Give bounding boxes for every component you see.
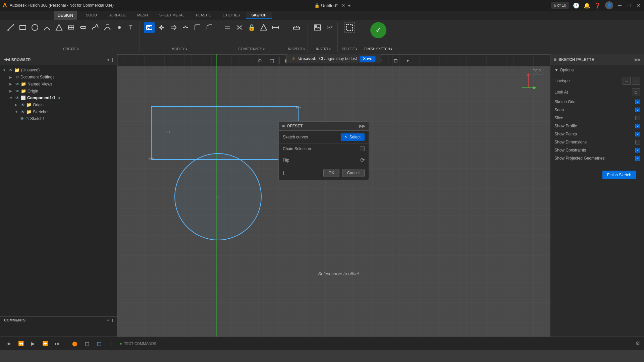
modify-label[interactable]: MODIFY ▾	[172, 47, 187, 51]
extend-tool-icon[interactable]	[168, 22, 179, 33]
break-tool-icon[interactable]	[180, 22, 191, 33]
midpoint-icon[interactable]	[258, 22, 269, 33]
nav-prev-icon[interactable]: ⏪	[16, 339, 25, 348]
create-label[interactable]: CREATE ▾	[63, 47, 79, 51]
bell-icon[interactable]: 🔔	[584, 2, 590, 9]
options-title[interactable]: ▼ Options	[554, 68, 640, 72]
sketches-expand-icon[interactable]: ▼	[15, 110, 19, 114]
record-icon[interactable]: ⬤	[70, 339, 79, 348]
nav-first-icon[interactable]: ⏮	[4, 339, 13, 348]
linetype-solid-icon[interactable]: —	[623, 77, 631, 85]
finish-sketch-icon[interactable]: ✓	[370, 22, 386, 38]
clock-icon[interactable]: 🕐	[573, 2, 580, 9]
tree-component[interactable]: ▼ 👁 ⬜ Component1:1 ●	[0, 95, 117, 101]
nav-play-icon[interactable]: ▶	[28, 339, 38, 348]
tree-named-views[interactable]: ▶ 👁 📁 Named Views	[0, 80, 117, 87]
tab-plastic[interactable]: PLASTIC	[191, 12, 217, 19]
eye-sketches-icon[interactable]: 👁	[21, 110, 25, 114]
tab-surface[interactable]: SURFACE	[103, 12, 131, 19]
tree-origin-top[interactable]: ▶ 👁 📁 Origin	[0, 87, 117, 95]
close-button[interactable]: ✕	[636, 3, 641, 8]
tab-sketch[interactable]: SKETCH	[246, 12, 272, 19]
help-icon[interactable]: ❓	[594, 2, 601, 9]
insert-label[interactable]: INSERT ▾	[316, 47, 331, 51]
point-tool-icon[interactable]	[114, 22, 125, 33]
chamfer-tool-icon[interactable]	[204, 22, 215, 33]
tab-solid[interactable]: SOLID	[80, 12, 102, 19]
constraints-label[interactable]: CONSTRAINTS ▾	[238, 47, 265, 51]
animate-icon[interactable]: ◫	[94, 339, 104, 348]
polygon-tool-icon[interactable]	[54, 22, 64, 33]
measure-icon[interactable]	[291, 22, 302, 33]
save-button[interactable]: Save	[360, 56, 375, 62]
browser-collapse-icon[interactable]: ◀◀	[4, 57, 9, 62]
chain-selection-checkbox[interactable]	[360, 146, 365, 151]
eye-root-icon[interactable]: 👁	[9, 68, 13, 72]
offset-panel-expand-icon[interactable]: ▶▶	[359, 124, 365, 128]
cancel-button[interactable]: Cancel	[342, 169, 365, 177]
ok-button[interactable]: OK	[323, 169, 339, 177]
show-dimensions-checkbox[interactable]	[635, 140, 640, 144]
origin-expand-icon[interactable]: ▶	[9, 89, 14, 93]
insert-dxf-icon[interactable]: DXF	[324, 22, 335, 33]
rect-center-icon[interactable]	[66, 22, 76, 33]
user-avatar[interactable]: 👤	[605, 1, 613, 9]
timeline-icon[interactable]: |	[106, 339, 116, 348]
minimize-button[interactable]: ─	[617, 3, 623, 8]
rectangle-tool-icon[interactable]	[17, 22, 28, 33]
nav-next-icon[interactable]: ⏩	[40, 339, 50, 348]
finish-sketch-label[interactable]: FINISH SKETCH ▾	[364, 47, 392, 51]
spline-tool-icon[interactable]	[90, 22, 101, 33]
nav-last-icon[interactable]: ⏭	[52, 339, 62, 348]
look-at-icon[interactable]: ⊙	[632, 88, 640, 96]
offset-tool-icon[interactable]	[144, 22, 155, 33]
component-expand-icon[interactable]: ▼	[9, 96, 14, 100]
snap-checkbox[interactable]: ✓	[635, 108, 640, 112]
keyframe-icon[interactable]: ◫	[82, 339, 92, 348]
eye-origin-icon[interactable]: 👁	[15, 89, 19, 94]
eye-views-icon[interactable]: 👁	[15, 82, 19, 86]
line-tool-icon[interactable]	[5, 22, 16, 33]
canvas-area[interactable]: ⚠ Unsaved: Changes may be lost Save ⤢ ⤢ …	[117, 54, 550, 337]
tab-sheet-metal[interactable]: SHEET METAL	[154, 12, 190, 19]
show-points-checkbox[interactable]: ✓	[635, 132, 640, 136]
select-label[interactable]: SELECT ▾	[342, 47, 357, 51]
doc-expand-icon[interactable]: ▶	[9, 75, 14, 79]
dim-horizontal-icon[interactable]	[270, 22, 281, 33]
insert-image-icon[interactable]	[312, 22, 323, 33]
comments-expand-icon[interactable]: |	[112, 318, 113, 322]
views-expand-icon[interactable]: ▶	[9, 82, 14, 86]
coincident-icon[interactable]	[222, 22, 233, 33]
tree-sketch1[interactable]: 👁 ⬡ Sketch1	[0, 115, 117, 122]
root-collapse-icon[interactable]: ▼	[3, 68, 7, 72]
tab-mesh[interactable]: MESH	[132, 12, 153, 19]
show-constraints-checkbox[interactable]: ✓	[635, 148, 640, 153]
eye-component-icon[interactable]: 👁	[15, 96, 19, 100]
lock-constraint-icon[interactable]: 🔒	[246, 22, 257, 33]
settings-icon[interactable]: ⚙	[635, 340, 640, 347]
conic-tool-icon[interactable]	[102, 22, 113, 33]
show-projected-checkbox[interactable]: ✓	[635, 156, 640, 161]
sketch-grid-checkbox[interactable]: ✓	[635, 100, 640, 104]
linetype-dashed-icon[interactable]: - -	[632, 77, 640, 85]
slice-checkbox[interactable]	[635, 116, 640, 120]
trim-tool-icon[interactable]	[156, 22, 167, 33]
move-handle-center[interactable]: ↔	[165, 128, 172, 136]
inspect-label[interactable]: INSPECT ▾	[288, 47, 305, 51]
tree-sketches[interactable]: ▼ 👁 📁 Sketches	[0, 108, 117, 115]
tree-root[interactable]: ▼ 👁 📁 (Unsaved)	[0, 66, 117, 74]
eye-origin-sub-icon[interactable]: 👁	[21, 103, 25, 107]
show-profile-checkbox[interactable]: ✓	[635, 124, 640, 128]
design-button[interactable]: DESIGN	[54, 11, 77, 20]
add-comment-icon[interactable]: +	[107, 318, 109, 322]
origin-sub-expand-icon[interactable]: ▶	[15, 103, 19, 107]
eye-sketch1-icon[interactable]: 👁	[20, 116, 24, 121]
palette-expand-icon[interactable]: ▶▶	[635, 57, 641, 62]
finish-sketch-button[interactable]: Finish Sketch	[602, 171, 636, 179]
tree-doc-settings[interactable]: ▶ ⚙ Document Settings	[0, 74, 117, 80]
parallel-icon[interactable]	[234, 22, 245, 33]
browser-expand-icon[interactable]: |	[112, 58, 113, 62]
tab-utilities[interactable]: UTILITIES	[217, 12, 245, 19]
select-button[interactable]: ↖ Select	[341, 133, 365, 141]
new-tab-icon[interactable]: +	[348, 3, 351, 8]
